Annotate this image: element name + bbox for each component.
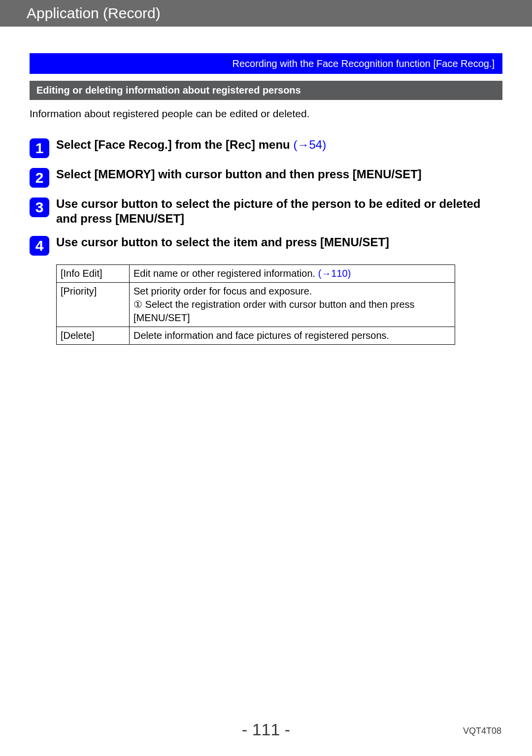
document-code: VQT4T08 xyxy=(463,726,501,736)
step-text-3: Use cursor button to select the picture … xyxy=(56,197,502,226)
page-footer: - 111 - xyxy=(0,720,532,739)
steps-list: 1 Select [Face Recog.] from the [Rec] me… xyxy=(30,137,502,256)
step-1: 1 Select [Face Recog.] from the [Rec] me… xyxy=(30,137,502,158)
option-name: [Priority] xyxy=(57,283,130,327)
subsection-header: Editing or deleting information about re… xyxy=(30,81,502,100)
subsection-header-text: Editing or deleting information about re… xyxy=(36,85,301,96)
option-desc-link[interactable]: (→110) xyxy=(318,268,351,279)
option-name: [Info Edit] xyxy=(57,265,130,283)
step-number: 1 xyxy=(35,140,44,157)
option-name: [Delete] xyxy=(57,327,130,345)
step-badge-3: 3 xyxy=(30,197,49,217)
page-header-title: Application (Record) xyxy=(27,5,161,22)
option-desc: Set priority order for focus and exposur… xyxy=(130,283,455,327)
step-badge-2: 2 xyxy=(30,168,49,188)
page-content: Recording with the Face Recognition func… xyxy=(0,53,532,345)
step-text-2: Select [MEMORY] with cursor button and t… xyxy=(56,167,422,182)
option-desc-pre: Set priority order for focus and exposur… xyxy=(133,286,415,323)
step-number: 4 xyxy=(35,237,44,254)
step-2: 2 Select [MEMORY] with cursor button and… xyxy=(30,167,502,188)
step-4: 4 Use cursor button to select the item a… xyxy=(30,235,502,256)
intro-text: Information about registered people can … xyxy=(30,107,502,121)
table-row: [Delete] Delete information and face pic… xyxy=(57,327,455,345)
option-desc-pre: Delete information and face pictures of … xyxy=(133,330,389,341)
option-desc: Edit name or other registered informatio… xyxy=(130,265,455,283)
step-number: 2 xyxy=(35,169,44,186)
option-desc-pre: Edit name or other registered informatio… xyxy=(133,268,318,279)
options-table: [Info Edit] Edit name or other registere… xyxy=(56,264,455,345)
document-code-value: VQT4T08 xyxy=(463,726,501,736)
option-desc: Delete information and face pictures of … xyxy=(130,327,455,345)
section-banner: Recording with the Face Recognition func… xyxy=(30,53,502,74)
step-3: 3 Use cursor button to select the pictur… xyxy=(30,197,502,226)
step-number: 3 xyxy=(35,199,44,216)
step-text-value: Use cursor button to select the item and… xyxy=(56,235,389,249)
page-header: Application (Record) xyxy=(0,0,532,27)
step-text-1: Select [Face Recog.] from the [Rec] menu… xyxy=(56,137,326,152)
step-text-value: Use cursor button to select the picture … xyxy=(56,197,480,225)
step-badge-1: 1 xyxy=(30,138,49,158)
step-text-value: Select [Face Recog.] from the [Rec] menu xyxy=(56,138,293,151)
step-link[interactable]: (→54) xyxy=(293,138,326,151)
table-row: [Info Edit] Edit name or other registere… xyxy=(57,265,455,283)
step-badge-4: 4 xyxy=(30,236,49,256)
intro-text-value: Information about registered people can … xyxy=(30,108,310,119)
step-text-4: Use cursor button to select the item and… xyxy=(56,235,389,250)
page-number: - 111 - xyxy=(242,720,290,739)
step-text-value: Select [MEMORY] with cursor button and t… xyxy=(56,167,422,181)
table-row: [Priority] Set priority order for focus … xyxy=(57,283,455,327)
section-banner-text: Recording with the Face Recognition func… xyxy=(232,58,495,69)
